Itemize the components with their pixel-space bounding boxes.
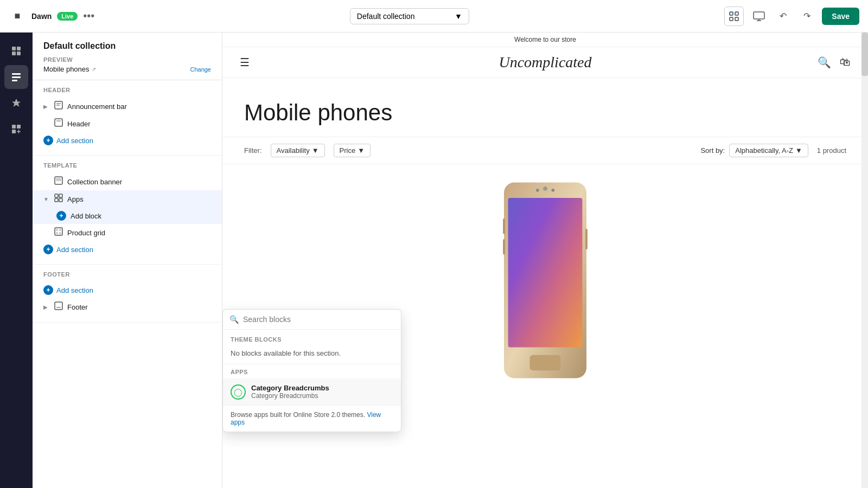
store-name: Dawn <box>31 12 52 21</box>
filter-label: Filter: <box>244 146 262 155</box>
footer-label: Footer <box>67 303 211 311</box>
chevron-down-icon: ▼ <box>43 196 50 202</box>
header-group: HEADER ▶ Announcement bar ▶ Header <box>33 80 222 156</box>
sidebar-back-icon[interactable] <box>4 39 28 63</box>
scrollbar-thumb[interactable] <box>861 33 868 76</box>
popup-search-area: 🔍 <box>223 310 401 330</box>
product-count: 1 product <box>817 146 846 155</box>
svg-rect-17 <box>17 125 21 129</box>
cart-icon: 🛍 <box>840 56 851 69</box>
apps-label: Apps <box>67 195 211 203</box>
save-button[interactable]: Save <box>822 8 859 25</box>
apps-item[interactable]: ▼ Apps <box>33 190 222 208</box>
add-block-circle-icon: + <box>56 211 66 221</box>
popup-search-icon: 🔍 <box>229 315 239 324</box>
svg-rect-47 <box>585 229 588 249</box>
collection-selector[interactable]: Default collection ▼ <box>350 8 469 24</box>
footer-group: FOOTER + Add section ▶ Footer <box>33 265 222 323</box>
svg-rect-15 <box>12 80 17 81</box>
svg-rect-11 <box>12 52 16 55</box>
svg-rect-24 <box>55 119 62 126</box>
svg-rect-46 <box>503 239 505 255</box>
svg-rect-27 <box>56 178 61 181</box>
header-group-label: HEADER <box>33 87 222 98</box>
collection-title: Mobile phones <box>222 78 868 137</box>
sidebar-add-icon[interactable] <box>4 117 28 141</box>
collection-banner-label: Collection banner <box>67 178 211 186</box>
svg-point-43 <box>551 189 554 192</box>
apps-section-label: APPS <box>223 364 401 378</box>
svg-rect-3 <box>735 17 738 21</box>
panel-title: Default collection <box>43 41 211 51</box>
sidebar-theme-icon[interactable] <box>4 91 28 115</box>
more-button[interactable]: ••• <box>83 10 94 22</box>
store-logo: Uncomplicated <box>499 54 591 71</box>
template-add-section-button[interactable]: + Add section <box>33 241 222 258</box>
template-group: TEMPLATE ▶ Collection banner ▼ Apps <box>33 156 222 265</box>
theme-blocks-label: THEME BLOCKS <box>223 330 401 346</box>
header-item[interactable]: ▶ Header <box>33 115 222 132</box>
store-nav: ☰ Uncomplicated 🔍 🛍 <box>222 47 868 78</box>
svg-rect-36 <box>59 232 61 234</box>
preview-area: Welcome to our store ☰ Uncomplicated 🔍 🛍… <box>222 33 868 488</box>
back-button[interactable]: ■ <box>9 8 26 25</box>
svg-rect-45 <box>503 219 505 234</box>
filter-bar: Filter: Availability ▼ Price ▼ Sort by: … <box>222 137 868 164</box>
app-item-desc: Category Breadcrumbs <box>251 392 329 400</box>
footer-group-label: FOOTER <box>33 271 222 282</box>
desktop-view-button[interactable] <box>750 8 768 25</box>
svg-rect-28 <box>55 194 58 197</box>
sidebar-sections-icon[interactable] <box>4 65 28 89</box>
footer-item[interactable]: ▶ Footer <box>33 298 222 316</box>
topbar: ■ Dawn Live ••• Default collection ▼ <box>0 0 868 33</box>
svg-rect-13 <box>12 73 21 75</box>
category-breadcrumbs-item[interactable]: ◯ Category Breadcrumbs Category Breadcru… <box>223 378 401 405</box>
availability-filter[interactable]: Availability ▼ <box>271 144 325 157</box>
svg-rect-16 <box>12 125 16 129</box>
no-blocks-text: No blocks available for this section. <box>223 346 401 364</box>
svg-point-4 <box>730 11 731 13</box>
change-button[interactable]: Change <box>190 66 211 73</box>
hamburger-icon: ☰ <box>240 56 250 69</box>
svg-rect-44 <box>530 355 561 371</box>
app-item-text: Category Breadcrumbs Category Breadcrumb… <box>251 384 329 400</box>
sort-selector[interactable]: Alphabetically, A-Z ▼ <box>729 144 808 157</box>
sections-panel: Default collection PREVIEW Mobile phones… <box>33 33 222 488</box>
svg-rect-40 <box>508 198 583 348</box>
svg-rect-12 <box>17 52 21 55</box>
price-filter[interactable]: Price ▼ <box>334 144 371 157</box>
product-grid-item[interactable]: ▶ Product grid <box>33 224 222 241</box>
svg-rect-10 <box>17 47 21 50</box>
add-section-circle-icon: + <box>43 245 53 254</box>
svg-rect-33 <box>56 229 58 231</box>
announcement-bar-label: Announcement bar <box>67 102 211 111</box>
undo-button[interactable]: ↶ <box>774 8 792 25</box>
scrollbar[interactable] <box>861 33 868 488</box>
header-add-section-button[interactable]: + Add section <box>33 132 222 149</box>
redo-button[interactable]: ↷ <box>798 8 815 25</box>
svg-rect-32 <box>55 228 62 235</box>
phone-product-image <box>491 177 599 383</box>
store-welcome-bar: Welcome to our store <box>222 33 868 47</box>
category-breadcrumbs-icon: ◯ <box>231 384 246 400</box>
panel-scroll[interactable]: HEADER ▶ Announcement bar ▶ Header <box>33 80 222 488</box>
app-item-name: Category Breadcrumbs <box>251 384 329 392</box>
icon-sidebar <box>0 33 33 488</box>
header-label: Header <box>67 120 211 128</box>
footer-add-section-button[interactable]: + Add section <box>33 282 222 298</box>
svg-rect-18 <box>12 130 16 133</box>
svg-rect-14 <box>12 76 21 78</box>
add-block-item[interactable]: + Add block <box>33 208 222 224</box>
preview-label: PREVIEW <box>43 56 211 63</box>
popup-footer: Browse apps built for Online Store 2.0 t… <box>223 405 401 432</box>
announcement-bar-item[interactable]: ▶ Announcement bar <box>33 98 222 115</box>
preview-value: Mobile phones <box>43 65 90 73</box>
svg-rect-6 <box>754 12 764 19</box>
svg-rect-37 <box>55 302 62 310</box>
search-blocks-popup: 🔍 THEME BLOCKS No blocks available for t… <box>222 309 401 432</box>
svg-point-5 <box>735 11 737 13</box>
search-blocks-input[interactable] <box>243 315 394 324</box>
panel-header: Default collection PREVIEW Mobile phones… <box>33 33 222 80</box>
grid-view-button[interactable] <box>724 7 744 26</box>
collection-banner-item[interactable]: ▶ Collection banner <box>33 173 222 190</box>
